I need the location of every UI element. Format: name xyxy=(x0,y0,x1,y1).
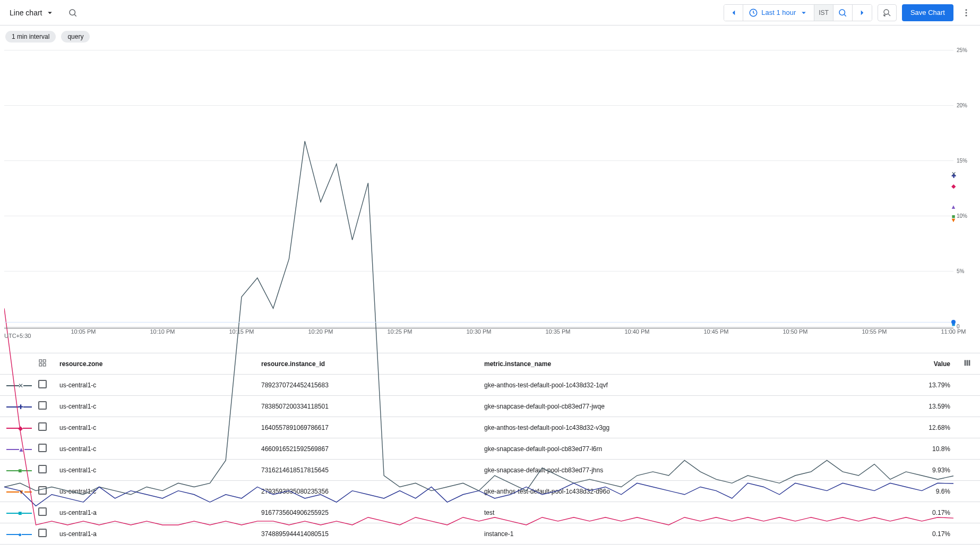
x-tick-label: 10:05 PM xyxy=(71,328,96,335)
minimap-handle[interactable] xyxy=(951,320,956,324)
svg-line-4 xyxy=(845,14,846,16)
svg-point-10 xyxy=(966,9,967,11)
x-axis: 10:05 PM10:10 PM10:15 PM10:20 PM10:25 PM… xyxy=(4,328,953,339)
y-tick-label: 25% xyxy=(957,47,975,53)
x-tick-label: 10:10 PM xyxy=(150,328,175,335)
x-tick-label: 11:00 PM xyxy=(941,328,966,335)
series-end-marker: ▼ xyxy=(951,217,957,223)
svg-point-12 xyxy=(966,14,967,16)
x-tick-label: 10:35 PM xyxy=(545,328,570,335)
chart-series-line xyxy=(4,308,953,525)
svg-rect-17 xyxy=(965,360,966,366)
save-chart-button[interactable]: Save Chart xyxy=(902,4,953,21)
svg-rect-18 xyxy=(967,360,968,366)
time-range-next-button[interactable] xyxy=(853,5,872,21)
x-tick-label: 10:55 PM xyxy=(862,328,887,335)
x-tick-label: 10:30 PM xyxy=(466,328,491,335)
chart-plot-area[interactable]: 25%20%15%10%5%0 ✕✚◆▲■▼■● xyxy=(4,50,953,326)
time-range-selector[interactable]: Last 1 hour xyxy=(743,5,814,21)
x-tick-label: 10:15 PM xyxy=(229,328,254,335)
y-tick-label: 5% xyxy=(957,268,975,274)
y-tick-label: 15% xyxy=(957,158,975,164)
chip-query[interactable]: query xyxy=(61,31,90,43)
svg-point-3 xyxy=(839,10,845,15)
chart-type-label: Line chart xyxy=(10,9,42,17)
column-settings-icon[interactable] xyxy=(963,359,972,367)
time-range-control: Last 1 hour IST xyxy=(724,4,872,21)
series-end-marker: ✚ xyxy=(951,173,956,180)
time-range-label: Last 1 hour xyxy=(761,9,796,16)
timezone-chip[interactable]: IST xyxy=(814,5,833,21)
reset-zoom-button[interactable] xyxy=(878,4,897,21)
toolbar: Line chart Last 1 hour IST xyxy=(0,0,980,26)
time-range-prev-button[interactable] xyxy=(724,5,743,21)
x-tick-label: 10:40 PM xyxy=(624,328,649,335)
chart-minimap[interactable] xyxy=(4,322,953,326)
x-tick-label: 10:45 PM xyxy=(703,328,728,335)
clock-icon xyxy=(749,8,758,18)
svg-rect-19 xyxy=(969,360,970,366)
svg-point-5 xyxy=(884,10,889,14)
search-button[interactable] xyxy=(63,8,82,18)
y-tick-label: 10% xyxy=(957,213,975,219)
search-icon xyxy=(68,8,78,18)
svg-line-1 xyxy=(75,14,76,16)
chart-lines xyxy=(4,50,953,545)
y-tick-label: 20% xyxy=(957,103,975,108)
x-tick-label: 10:20 PM xyxy=(308,328,333,335)
svg-point-11 xyxy=(966,12,967,13)
x-tick-label: 10:25 PM xyxy=(387,328,412,335)
chip-interval[interactable]: 1 min interval xyxy=(5,31,56,43)
series-end-marker: ▲ xyxy=(951,203,957,210)
filter-chips: 1 min interval query xyxy=(0,26,980,45)
chart-container: 25%20%15%10%5%0 ✕✚◆▲■▼■● UTC+5:30 10:05 … xyxy=(0,45,980,353)
chevron-right-icon xyxy=(857,8,867,18)
x-tick-label: 10:50 PM xyxy=(783,328,807,335)
chevron-down-icon xyxy=(45,8,55,18)
svg-line-6 xyxy=(888,13,890,15)
chart-series-line xyxy=(4,141,953,495)
overflow-menu-button[interactable] xyxy=(959,4,974,21)
chart-type-selector[interactable]: Line chart xyxy=(6,6,58,20)
chevron-left-icon xyxy=(729,8,738,18)
zoom-button[interactable] xyxy=(833,5,853,21)
series-end-marker: ◆ xyxy=(951,183,956,190)
zoom-out-icon xyxy=(882,8,892,18)
svg-point-0 xyxy=(70,10,75,15)
chevron-down-icon xyxy=(799,8,809,18)
search-icon xyxy=(838,8,847,18)
more-vert-icon xyxy=(961,8,971,18)
